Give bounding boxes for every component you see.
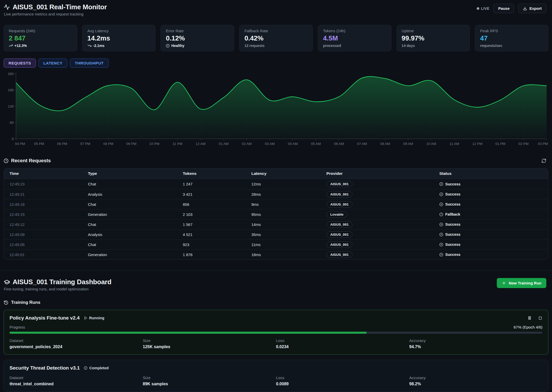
- chart-tab[interactable]: THROUGHPUT: [70, 59, 109, 68]
- check-circle-icon: [439, 243, 443, 247]
- x-axis-label: 04 PM: [15, 142, 25, 146]
- table-body: 12:45:23 Chat 1 247 12ms AISUS_001 Succe…: [4, 179, 548, 259]
- new-training-run-button[interactable]: New Training Run: [497, 278, 546, 288]
- play-icon: [84, 316, 87, 320]
- run-detail: Accuracy98.2%: [409, 375, 542, 386]
- run-detail-label: Loss: [276, 338, 409, 343]
- check-circle-icon: [439, 192, 443, 196]
- table-column-header: Tokens: [183, 171, 251, 176]
- table-row: 12:45:23 Chat 1 247 12ms AISUS_001 Succe…: [4, 179, 548, 189]
- cell-status: Success: [439, 252, 542, 257]
- cell-status: Success: [439, 202, 542, 206]
- metric-sub: requests/sec: [480, 44, 543, 48]
- cell-provider: AISUS_001: [326, 191, 439, 198]
- requests-chart-svg: 06513019526004 PM05 PM06 PM07 PM08 PM09 …: [4, 70, 548, 148]
- cell-type: Generation: [88, 252, 183, 257]
- metric-label: Fallback Rate: [244, 29, 308, 33]
- metric-sub: 12 requests: [244, 44, 308, 48]
- cell-time: 12:45:23: [10, 182, 88, 186]
- cell-tokens: 1 876: [183, 252, 251, 257]
- x-axis-label: 08 PM: [103, 142, 113, 146]
- stop-run-button[interactable]: [538, 316, 542, 320]
- cell-time: 12:45:01: [10, 252, 88, 257]
- metric-card: Uptime 99.97% 14 days: [397, 25, 470, 51]
- table-column-header: Provider: [326, 171, 439, 176]
- history-icon: [4, 300, 9, 305]
- check-circle-icon: [439, 202, 443, 206]
- recent-requests-section: Recent Requests TimeTypeTokensLatencyPro…: [0, 158, 552, 260]
- cell-time: 12:45:15: [10, 212, 88, 217]
- metric-label: Requests (24h): [9, 29, 72, 33]
- run-detail-label: Accuracy: [409, 375, 542, 380]
- metric-sub-text: Healthy: [171, 44, 184, 48]
- cell-type: Analysis: [88, 232, 183, 237]
- export-button[interactable]: Export: [518, 4, 546, 13]
- metric-sub: Healthy: [166, 44, 229, 48]
- run-detail: Datasetthreat_intel_combined: [10, 375, 143, 386]
- table-row: 12:45:15 Generation 2 103 95ms Lovable F…: [4, 209, 548, 219]
- x-axis-label: 05 PM: [34, 142, 44, 146]
- training-runs-title: Training Runs: [11, 300, 40, 305]
- run-detail: Accuracy94.7%: [409, 338, 542, 349]
- cell-time: 12:45:09: [10, 232, 88, 237]
- status-label: Success: [445, 252, 460, 257]
- cell-type: Chat: [88, 222, 183, 227]
- alert-circle-icon: [439, 213, 443, 216]
- pause-button[interactable]: Pause: [493, 4, 514, 13]
- table-column-header: Latency: [251, 171, 326, 176]
- x-axis-label: 03 AM: [265, 142, 275, 146]
- x-axis-label: 11 AM: [449, 142, 459, 146]
- progress-text: 67% (Epoch 4/6): [514, 325, 542, 329]
- cell-latency: 35ms: [251, 232, 326, 237]
- check-circle-icon: [166, 44, 170, 48]
- chart-tab[interactable]: LATENCY: [38, 59, 67, 68]
- run-detail-value: 0.0089: [276, 382, 409, 386]
- run-detail: Size89K samples: [143, 375, 276, 386]
- pause-button-label: Pause: [498, 6, 509, 11]
- y-axis-label: 260: [8, 72, 14, 76]
- run-detail-value: threat_intel_combined: [10, 382, 143, 386]
- check-circle-icon: [439, 182, 443, 186]
- run-detail-value: 89K samples: [143, 382, 276, 386]
- trending-down-icon: [87, 44, 92, 48]
- run-name: Policy Analysis Fine-tune v2.4: [10, 315, 80, 321]
- cell-status: Fallback: [439, 212, 542, 216]
- run-detail: Loss0.0089: [276, 375, 409, 386]
- clock-icon: [4, 158, 9, 163]
- metric-sub-text: 14 days: [402, 44, 415, 48]
- pause-run-button[interactable]: [527, 316, 532, 320]
- run-detail-value: 94.7%: [409, 345, 542, 349]
- cell-provider: AISUS_001: [326, 201, 439, 208]
- x-axis-label: 12 AM: [196, 142, 205, 146]
- run-name: Security Threat Detection v3.1: [10, 365, 80, 371]
- table-row: 12:45:18 Chat 856 9ms AISUS_001 Success: [4, 199, 548, 209]
- header-actions: LIVE Pause Export: [477, 4, 546, 13]
- cell-time: 12:45:18: [10, 202, 88, 207]
- run-detail: Datasetgovernment_policies_2024: [10, 338, 143, 349]
- cell-latency: 28ms: [251, 192, 326, 197]
- metric-label: Avg Latency: [87, 29, 151, 33]
- cell-provider: AISUS_001: [326, 181, 439, 187]
- run-detail-value: 0.0234: [276, 345, 409, 349]
- provider-badge: AISUS_001: [326, 181, 352, 187]
- progress-bar: [10, 332, 542, 334]
- chart-tab[interactable]: REQUESTS: [4, 59, 36, 68]
- cell-type: Generation: [88, 212, 183, 217]
- refresh-button[interactable]: [541, 158, 546, 163]
- metric-sub: -2.1ms: [87, 44, 151, 48]
- cell-tokens: 1 567: [183, 222, 251, 227]
- x-axis-label: 03 PM: [538, 142, 548, 146]
- training-runs-heading: Training Runs: [0, 300, 552, 305]
- activity-icon: [4, 4, 10, 10]
- metric-sub: +12.3%: [9, 44, 72, 48]
- live-indicator: LIVE: [477, 6, 490, 11]
- cell-latency: 18ms: [251, 252, 326, 257]
- cell-tokens: 1 247: [183, 182, 251, 186]
- run-detail: Loss0.0234: [276, 338, 409, 349]
- run-details: Datasetthreat_intel_combinedSize89K samp…: [10, 375, 542, 386]
- status-label: Success: [445, 242, 460, 247]
- x-axis-label: 08 AM: [380, 142, 390, 146]
- x-axis-label: 01 AM: [219, 142, 228, 146]
- metric-sub: 14 days: [402, 44, 465, 48]
- y-axis-label: 195: [8, 88, 14, 92]
